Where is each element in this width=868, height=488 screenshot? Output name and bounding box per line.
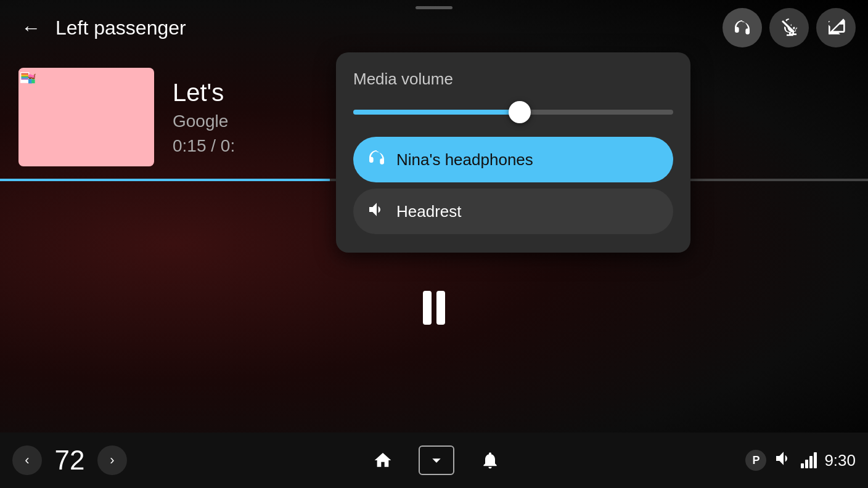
no-mic-icon	[779, 18, 799, 38]
volume-popup: Media volume Nina's headphones Headrest	[336, 52, 690, 253]
headphones-option-icon	[367, 148, 387, 171]
status-bar: P 9:30	[745, 449, 856, 472]
volume-slider[interactable]	[353, 100, 673, 124]
slider-thumb[interactable]	[509, 101, 531, 123]
svg-rect-5	[21, 76, 28, 78]
pause-bar-right	[436, 291, 445, 325]
header: ← Left passenger	[0, 0, 868, 55]
nav-center	[127, 443, 745, 478]
album-art-image	[18, 68, 38, 87]
temperature-controls: ‹ 72 ›	[12, 445, 127, 476]
volume-status-icon	[774, 449, 793, 472]
volume-label: Media volume	[353, 70, 673, 89]
svg-rect-19	[35, 73, 36, 75]
svg-point-12	[30, 77, 31, 78]
svg-rect-18	[34, 74, 35, 77]
home-button[interactable]	[366, 443, 400, 478]
svg-rect-4	[21, 75, 28, 76]
pause-button[interactable]	[423, 291, 445, 325]
time-current: 0:15	[173, 136, 207, 155]
bottom-nav: ‹ 72 › P	[0, 433, 868, 488]
notification-button[interactable]	[473, 443, 507, 478]
headphones-icon	[732, 18, 752, 38]
temp-decrease-button[interactable]: ‹	[12, 445, 42, 475]
back-arrow-icon: ←	[21, 17, 41, 39]
svg-rect-7	[21, 78, 28, 79]
header-icons	[723, 8, 856, 47]
signal-icon	[801, 452, 817, 468]
time-display: 9:30	[824, 451, 856, 470]
headrest-label: Headrest	[396, 202, 462, 221]
no-screen-button[interactable]	[816, 8, 856, 47]
headrest-option-icon	[367, 200, 387, 223]
no-mic-button[interactable]	[769, 8, 809, 47]
page-title: Left passenger	[55, 17, 186, 39]
temp-increase-button[interactable]: ›	[97, 445, 127, 475]
headphones-button[interactable]	[723, 8, 762, 47]
time-separator: /	[211, 136, 221, 155]
svg-point-11	[30, 77, 30, 78]
audio-option-headrest[interactable]: Headrest	[353, 189, 673, 234]
temperature-value: 72	[48, 445, 91, 476]
audio-option-ninas-headphones[interactable]: Nina's headphones	[353, 137, 673, 182]
time-total: 0:	[221, 136, 235, 155]
back-button[interactable]: ←	[12, 9, 49, 46]
svg-rect-6	[21, 78, 28, 79]
svg-point-16	[33, 77, 33, 78]
svg-point-17	[34, 77, 35, 78]
dropdown-button[interactable]	[419, 445, 454, 475]
svg-point-10	[28, 74, 32, 77]
ninas-headphones-label: Nina's headphones	[396, 150, 533, 169]
no-screen-icon	[826, 18, 846, 38]
svg-rect-9	[28, 79, 32, 83]
pause-bar-left	[423, 291, 432, 325]
p-badge: P	[745, 450, 766, 471]
svg-rect-2	[21, 73, 28, 75]
svg-rect-3	[21, 74, 28, 75]
slider-fill	[353, 110, 520, 115]
progress-fill	[0, 179, 330, 181]
album-art	[18, 68, 154, 166]
svg-rect-14	[31, 79, 35, 84]
